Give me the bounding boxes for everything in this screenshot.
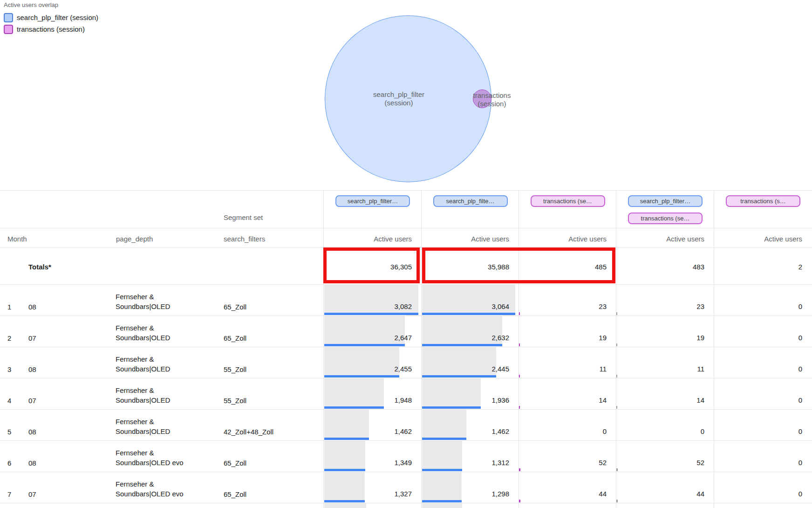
cell-search-filters: 55_Zoll (224, 396, 246, 405)
venn-label-line: search_plp_filter (373, 90, 424, 99)
venn-label-line: transactions (473, 91, 511, 100)
data-bar-underline (324, 313, 418, 315)
cell-month: 08 (28, 302, 36, 312)
data-bar-underline (422, 438, 466, 440)
data-bar-underline (422, 375, 496, 378)
data-bar-underline (324, 438, 369, 440)
segment-chip-search-plp-filter[interactable]: search_plp_filter… (335, 195, 410, 207)
segment-chip-transactions[interactable]: transactions (se… (531, 195, 605, 207)
legend-item-label: transactions (session) (17, 25, 85, 33)
page-depth-line: Fernseher & (116, 323, 170, 333)
segment-set-label: Segment set (224, 213, 263, 222)
data-bar-underline (422, 406, 481, 409)
cell-search-filters: 65_Zoll (224, 489, 246, 499)
totals-row: Totals*36,30535,9884854832 (0, 247, 812, 284)
cell-active-users: 0 (714, 302, 802, 311)
venn-circle-label-search_plp_filter: search_plp_filter(session) (373, 90, 424, 107)
cell-active-users: 1,462 (324, 427, 412, 436)
page-depth-line: Fernseher & (116, 292, 170, 302)
cell-active-users: 0 (714, 333, 802, 343)
row-number: 2 (7, 333, 11, 343)
legend-item-label: search_plp_filter (session) (17, 14, 98, 21)
segment-chip-transactions[interactable]: transactions (se… (628, 213, 703, 224)
totals-value: 485 (519, 262, 607, 272)
data-bar-underline (422, 469, 462, 471)
page-depth-line: Fernseher & (116, 417, 170, 426)
page-depth-line: Soundbars|OLED evo (116, 489, 184, 499)
cell-active-users: 2,455 (324, 364, 412, 374)
venn-circle-label-transactions: transactions(session) (473, 91, 511, 108)
data-bar-transactions (519, 500, 520, 502)
cell-page-depth: Fernseher &Soundbars|OLED (116, 292, 170, 311)
cell-active-users: 1,462 (422, 427, 509, 436)
cell-page-depth: Fernseher &Soundbars|OLED (116, 354, 170, 374)
data-bar-underline (422, 500, 462, 502)
page-depth-line: Soundbars|OLED (116, 395, 170, 405)
cell-search-filters: 55_Zoll (224, 364, 246, 374)
column-header-active-users[interactable]: Active users (324, 235, 412, 243)
table-row: 508Fernseher &Soundbars|OLED42_Zoll+48_Z… (0, 409, 812, 440)
cell-page-depth: Fernseher &Soundbars|OLED (116, 417, 170, 436)
row-number: 4 (7, 396, 11, 405)
table-row: 308Fernseher &Soundbars|OLED55_Zoll2,455… (0, 347, 812, 378)
cell-active-users: 11 (616, 364, 704, 374)
data-bar-overlap (616, 343, 617, 346)
column-header-active-users[interactable]: Active users (422, 235, 509, 243)
cell-active-users: 0 (714, 489, 802, 499)
cell-active-users: 2,632 (422, 333, 509, 343)
cell-active-users: 19 (519, 333, 607, 343)
data-bar-underline (422, 344, 502, 346)
cell-active-users: 14 (616, 396, 704, 405)
segment-chip-search-plp-filter[interactable]: search_plp_filter… (628, 195, 703, 207)
data-bar-overlap (616, 375, 617, 378)
cell-active-users: 3,082 (324, 302, 412, 311)
segment-chip-transactions[interactable]: transactions (s… (726, 195, 800, 207)
cell-active-users: 1,948 (324, 396, 412, 405)
cell-search-filters: 65_Zoll (224, 333, 246, 343)
totals-value: 2 (714, 262, 802, 272)
totals-label: Totals* (28, 262, 51, 272)
column-header-month[interactable]: Month (7, 235, 27, 243)
column-header-active-users[interactable]: Active users (616, 235, 704, 243)
table-row: 108Fernseher &Soundbars|OLED65_Zoll3,082… (0, 284, 812, 316)
cell-active-users: 2,445 (422, 364, 509, 374)
venn-legend-title: Active users overlap (4, 1, 58, 8)
analytics-overlap-report: Active users overlap search_plp_filter (… (0, 0, 812, 508)
data-bar-transactions (519, 375, 520, 378)
venn-label-line: (session) (473, 100, 511, 108)
venn-label-line: (session) (373, 99, 424, 107)
page-depth-line: Soundbars|OLED evo (116, 458, 184, 467)
column-header-active-users[interactable]: Active users (714, 235, 802, 243)
page-depth-line: Soundbars|OLED (116, 364, 170, 374)
cell-active-users: 11 (519, 364, 607, 374)
cell-search-filters: 42_Zoll+48_Zoll (224, 427, 273, 437)
data-bar-transactions (519, 468, 520, 471)
cell-active-users: 14 (519, 396, 607, 405)
cell-month: 08 (28, 364, 36, 374)
cell-active-users: 0 (714, 364, 802, 374)
cell-active-users: 23 (616, 302, 704, 311)
grid-line-h (0, 228, 812, 228)
page-depth-line: Soundbars|OLED (116, 333, 170, 343)
column-header-page-depth[interactable]: page_depth (116, 235, 153, 243)
segment-chip-search-plp-filter[interactable]: search_plp_filte… (433, 195, 508, 207)
data-bar-overlap (616, 312, 617, 315)
data-bar-underline (324, 406, 384, 409)
totals-value: 483 (616, 262, 704, 272)
page-depth-line: Fernseher & (116, 479, 184, 489)
totals-value: 36,305 (324, 262, 412, 272)
data-bar-underline (324, 375, 399, 378)
page-depth-line: Soundbars|OLED (116, 426, 170, 436)
data-bar-overlap (616, 468, 618, 471)
data-bar-overlap (616, 406, 617, 409)
data-bar-partial (324, 503, 366, 508)
cell-active-users: 0 (616, 427, 704, 436)
column-header-active-users[interactable]: Active users (519, 235, 607, 243)
cell-page-depth: Fernseher &Soundbars|OLED (116, 323, 170, 343)
cell-active-users: 1,298 (422, 489, 509, 499)
data-bar-underline (422, 313, 515, 315)
page-depth-line: Fernseher & (116, 354, 170, 364)
data-bar-transactions (519, 312, 520, 315)
column-header-search-filters[interactable]: search_filters (224, 235, 265, 243)
cell-page-depth: Fernseher &Soundbars|OLED evo (116, 448, 184, 467)
